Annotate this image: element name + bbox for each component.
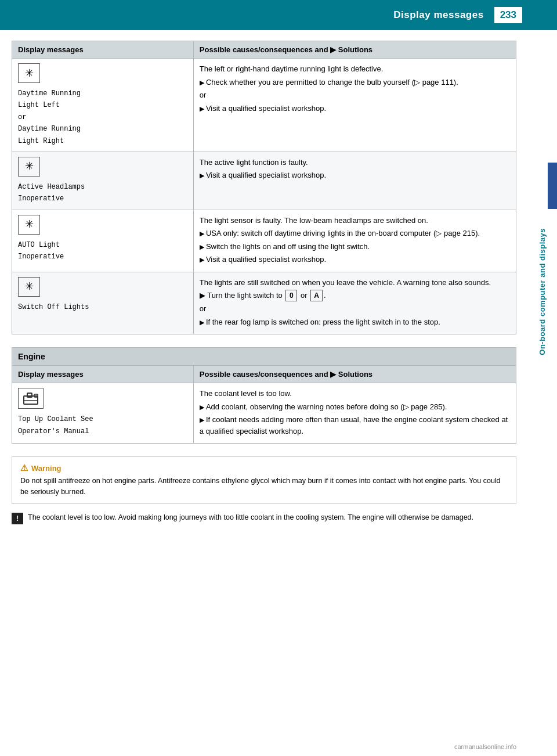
lights-table: Display messages Possible causes/consequ… bbox=[12, 41, 516, 334]
engine-table: Display messages Possible causes/consequ… bbox=[12, 365, 516, 444]
coolant-tank-icon bbox=[18, 388, 44, 409]
header-title: Display messages bbox=[393, 9, 483, 21]
main-content: Display messages Possible causes/consequ… bbox=[0, 30, 557, 543]
cause-arrow: USA only: switch off daytime driving lig… bbox=[200, 228, 510, 239]
cause-arrow: Visit a qualified specialist workshop. bbox=[200, 254, 510, 265]
cause-text: or bbox=[200, 303, 510, 315]
warning-title: ⚠ Warning bbox=[20, 463, 508, 473]
cause-text: or bbox=[200, 89, 510, 101]
causes-cell: The left or right-hand daytime running l… bbox=[193, 59, 516, 152]
display-label: Daytime RunningLight LeftorDaytime Runni… bbox=[18, 88, 187, 147]
side-label-container: On-board computer and displays bbox=[527, 30, 557, 553]
cause-arrow: Visit a qualified specialist workshop. bbox=[200, 103, 510, 114]
cause-key: ▶ Turn the light switch to 0 or A. bbox=[200, 290, 510, 301]
engine-section-header: Engine bbox=[12, 347, 516, 365]
display-cell: ✳ Active HeadlampsInoperative bbox=[12, 152, 194, 210]
page-number: 233 bbox=[494, 7, 522, 23]
sun-icon: ✳ bbox=[18, 277, 40, 297]
cause-arrow: If the rear fog lamp is switched on: pre… bbox=[200, 316, 510, 328]
cause-arrow: If coolant needs adding more often than … bbox=[200, 414, 510, 437]
causes-cell: The lights are still switched on when yo… bbox=[193, 272, 516, 334]
display-label: AUTO LightInoperative bbox=[18, 239, 187, 263]
cause-arrow: Visit a qualified specialist workshop. bbox=[200, 170, 510, 181]
engine-col1-header: Display messages bbox=[12, 366, 194, 383]
footer: carmanualsonline.info bbox=[454, 743, 516, 750]
display-label: Switch Off Lights bbox=[18, 301, 187, 313]
warning-box: ⚠ Warning Do not spill antifreeze on hot… bbox=[12, 456, 516, 504]
cause-text: The coolant level is too low. bbox=[200, 388, 510, 399]
sun-icon: ✳ bbox=[18, 215, 40, 235]
cause-arrow: Switch the lights on and off using the l… bbox=[200, 241, 510, 253]
note-box: ! The coolant level is too low. Avoid ma… bbox=[12, 512, 516, 524]
note-icon: ! bbox=[12, 513, 23, 524]
cause-text: The left or right-hand daytime running l… bbox=[200, 63, 510, 75]
display-label: Top Up Coolant SeeOperator's Manual bbox=[18, 413, 187, 437]
key-a: A bbox=[310, 290, 323, 301]
cause-text: The active light function is faulty. bbox=[200, 157, 510, 168]
sun-icon: ✳ bbox=[18, 157, 40, 177]
warning-triangle-icon: ⚠ bbox=[20, 463, 28, 473]
warning-text: Do not spill antifreeze on hot engine pa… bbox=[20, 476, 508, 498]
warning-label: Warning bbox=[31, 464, 62, 473]
engine-col2-header: Possible causes/consequences and ▶ Solut… bbox=[193, 366, 516, 383]
side-accent bbox=[548, 163, 557, 209]
display-cell: ✳ AUTO LightInoperative bbox=[12, 210, 194, 272]
header-bar: Display messages 233 bbox=[0, 0, 557, 30]
side-label: On-board computer and displays bbox=[538, 228, 547, 355]
lights-col2-header: Possible causes/consequences and ▶ Solut… bbox=[193, 41, 516, 59]
cause-text: The light sensor is faulty. The low-beam… bbox=[200, 215, 510, 226]
display-label: Active HeadlampsInoperative bbox=[18, 181, 187, 205]
causes-cell: The light sensor is faulty. The low-beam… bbox=[193, 210, 516, 272]
causes-cell: The active light function is faulty.Visi… bbox=[193, 152, 516, 210]
lights-col1-header: Display messages bbox=[12, 41, 194, 59]
sun-icon: ✳ bbox=[18, 63, 40, 83]
causes-cell: The coolant level is too low.Add coolant… bbox=[193, 383, 516, 444]
display-cell: ✳ Switch Off Lights bbox=[12, 272, 194, 334]
cause-arrow: Add coolant, observing the warning notes… bbox=[200, 401, 510, 413]
display-cell: Top Up Coolant SeeOperator's Manual bbox=[12, 383, 194, 444]
cause-text: The lights are still switched on when yo… bbox=[200, 277, 510, 289]
key-0: 0 bbox=[285, 290, 297, 301]
cause-arrow: Check whether you are permitted to chang… bbox=[200, 77, 510, 88]
display-cell: ✳ Daytime RunningLight LeftorDaytime Run… bbox=[12, 59, 194, 152]
note-text: The coolant level is too low. Avoid maki… bbox=[28, 512, 473, 523]
